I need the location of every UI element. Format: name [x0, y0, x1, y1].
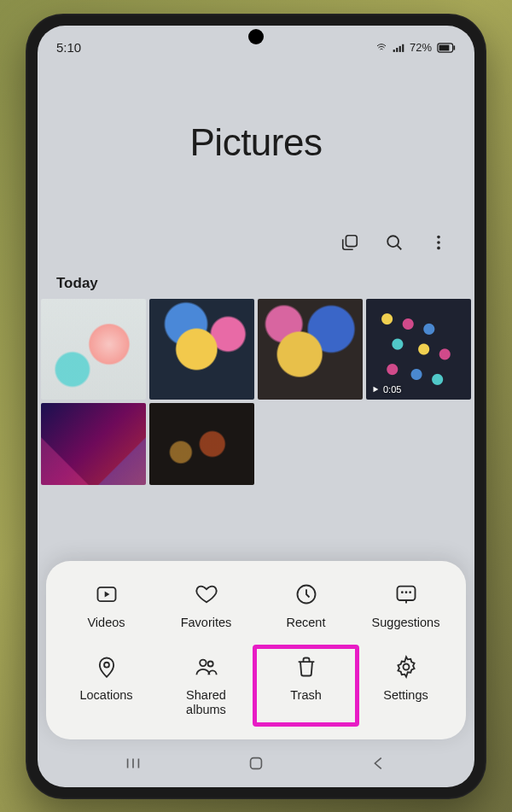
more-icon[interactable]	[428, 232, 449, 253]
section-today-label: Today	[38, 266, 474, 299]
menu-label: Locations	[79, 688, 132, 703]
battery-icon	[437, 43, 456, 53]
collections-icon[interactable]	[340, 232, 360, 253]
thumbnail-row-2	[38, 403, 474, 485]
video-duration-badge: 0:05	[371, 384, 401, 394]
pin-icon	[94, 654, 119, 680]
menu-item-recent[interactable]: Recent	[256, 581, 356, 630]
svg-rect-0	[393, 50, 395, 52]
screen: 5:10 72% Pictures	[38, 26, 474, 787]
photo-thumbnail[interactable]	[149, 299, 254, 400]
menu-label: Shared albums	[186, 688, 226, 716]
photo-thumbnail[interactable]	[41, 403, 146, 485]
nav-home-button[interactable]	[242, 750, 270, 777]
trash-icon	[294, 654, 319, 680]
android-navbar	[38, 739, 474, 787]
menu-item-settings[interactable]: Settings	[356, 654, 456, 716]
menu-item-trash[interactable]: Trash	[253, 645, 359, 726]
nav-back-button[interactable]	[365, 750, 393, 777]
photo-thumbnail[interactable]	[149, 403, 254, 485]
svg-rect-7	[346, 235, 357, 246]
menu-label: Recent	[287, 616, 326, 630]
svg-point-10	[437, 241, 440, 244]
photo-thumbnail[interactable]	[41, 299, 146, 400]
phone-frame: 5:10 72% Pictures	[26, 14, 486, 799]
heart-icon	[194, 581, 219, 607]
search-icon[interactable]	[384, 232, 404, 253]
svg-point-17	[207, 662, 212, 667]
menu-sheet: Videos Favorites Recent Suggestions	[46, 561, 466, 739]
menu-item-suggestions[interactable]: Suggestions	[356, 581, 456, 630]
svg-rect-19	[251, 757, 262, 768]
camera-punch-hole	[248, 29, 264, 44]
toolbar	[38, 232, 474, 266]
menu-item-locations[interactable]: Locations	[56, 654, 156, 716]
videos-icon	[94, 581, 119, 607]
signal-icon	[393, 43, 404, 53]
suggestions-icon	[393, 581, 419, 607]
svg-point-9	[437, 235, 440, 238]
menu-item-videos[interactable]: Videos	[56, 581, 156, 630]
photo-thumbnail[interactable]	[258, 299, 363, 400]
page-title: Pictures	[38, 61, 474, 232]
clock-icon	[294, 581, 319, 607]
menu-item-shared-albums[interactable]: Shared albums	[156, 654, 256, 716]
people-icon	[194, 654, 219, 680]
svg-point-18	[403, 664, 409, 670]
video-thumbnail[interactable]: 0:05	[366, 299, 471, 400]
svg-rect-2	[399, 45, 401, 51]
menu-label: Suggestions	[372, 616, 440, 630]
gear-icon	[393, 654, 419, 680]
menu-label: Settings	[383, 688, 428, 703]
statusbar-time: 5:10	[56, 40, 81, 55]
svg-point-16	[200, 660, 206, 666]
svg-rect-3	[402, 44, 404, 51]
svg-rect-6	[439, 44, 450, 50]
statusbar-battery: 72%	[410, 41, 432, 54]
svg-rect-1	[396, 48, 398, 52]
nav-recents-button[interactable]	[119, 750, 147, 777]
svg-point-15	[104, 663, 109, 668]
svg-rect-5	[453, 45, 455, 50]
menu-label: Favorites	[181, 616, 232, 630]
svg-point-11	[437, 246, 440, 249]
menu-label: Trash	[290, 688, 322, 703]
wifi-icon	[375, 43, 387, 53]
svg-point-8	[387, 236, 399, 247]
thumbnail-row: 0:05	[38, 299, 474, 403]
menu-label: Videos	[87, 616, 125, 630]
menu-item-favorites[interactable]: Favorites	[156, 581, 256, 630]
